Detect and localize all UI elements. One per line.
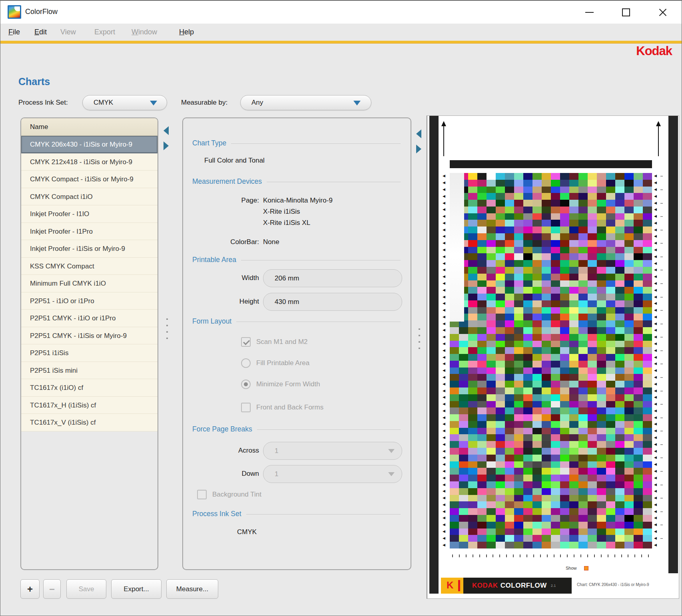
collapse-left-arrow[interactable] xyxy=(164,126,169,135)
chart-type-section-header: Chart Type xyxy=(192,139,401,147)
checkbox-icon xyxy=(241,403,251,412)
row-marker-icon: ◀ xyxy=(654,335,657,339)
row-marker-icon: ◀ xyxy=(443,443,445,446)
chevron-down-icon xyxy=(353,101,361,105)
row-marker-icon: ◀ xyxy=(443,537,445,540)
row-marker-icon: ◀ xyxy=(654,215,657,218)
export-button[interactable]: Export... xyxy=(111,579,162,599)
row-marker-icon: ◀ xyxy=(443,255,445,258)
charts-list: CMYK 206x430 - i1iSis or Myiro-9CMYK 212… xyxy=(21,136,158,431)
row-marker-icon: ◀ xyxy=(654,342,657,346)
row-marker-icon: ◀ xyxy=(654,409,657,413)
column-tick xyxy=(554,554,554,557)
background-tint-checkbox: Background Tint xyxy=(197,490,261,499)
tonal-gradient-strip xyxy=(450,173,464,322)
collapse-left-arrow[interactable] xyxy=(416,129,421,138)
form-option-checkbox: Front and Back Forms xyxy=(241,403,323,412)
list-item-chart[interactable]: P2P51 i1iSis xyxy=(21,344,158,362)
column-tick xyxy=(621,554,622,557)
list-item-chart[interactable]: CMYK 212x418 - i1iSis or Myiro-9 xyxy=(21,153,158,171)
row-marker-icon: ◀ xyxy=(654,362,657,366)
registration-strip-left xyxy=(429,116,439,594)
show-label: Show xyxy=(566,566,577,570)
list-item-chart[interactable]: TC1617x (i1iO) cf xyxy=(21,379,158,397)
list-item-chart[interactable]: CMYK 206x430 - i1iSis or Myiro-9 xyxy=(21,136,158,153)
close-button[interactable] xyxy=(654,1,671,24)
colorbar-label: ColorBar: xyxy=(191,238,259,246)
row-marker-icon: ◀ xyxy=(443,234,445,238)
row-marker-icon: ◀ xyxy=(443,523,445,527)
form-layout-section-header: Form Layout xyxy=(192,317,401,326)
row-marker-icon: ◀ xyxy=(654,174,657,178)
measure-button[interactable]: Measure... xyxy=(166,579,218,599)
menu-edit[interactable]: Edit xyxy=(34,24,47,41)
column-tick xyxy=(587,554,588,557)
maximize-button[interactable] xyxy=(617,1,635,24)
row-marker-icon: ◀ xyxy=(443,208,445,211)
measurement-device: X-Rite i1iSis XL xyxy=(263,219,310,227)
chart-type-value: Full Color and Tonal xyxy=(204,157,265,165)
row-marker-icon: ◀ xyxy=(443,201,445,205)
row-marker-icon: ◀ xyxy=(443,429,445,433)
row-marker-icon: ◀ xyxy=(443,241,445,245)
row-marker-icon: ◀ xyxy=(443,436,445,439)
row-marker-icon: ◀ xyxy=(654,201,657,205)
list-item-chart[interactable]: TC1617x_V (i1iSis) cf xyxy=(21,414,158,431)
row-marker-icon: ◀ xyxy=(443,215,445,218)
process-ink-set-value: CMYK xyxy=(237,528,257,536)
registration-strip-right xyxy=(668,116,678,573)
row-marker-icon: ◀ xyxy=(443,496,445,500)
splitter-handle[interactable] xyxy=(166,318,168,339)
list-item-chart[interactable]: Inkjet Proofer - I1Pro xyxy=(21,223,158,240)
row-marker-icon: ◀ xyxy=(654,456,657,459)
list-item-chart[interactable]: P2P51 iSis mini xyxy=(21,362,158,380)
row-marker-icon: ◀ xyxy=(654,356,657,359)
splitter-handle[interactable] xyxy=(419,328,420,349)
menu-help[interactable]: Help xyxy=(179,24,194,41)
down-label: Down xyxy=(191,470,259,478)
list-item-chart[interactable]: KSS CMYK Compact xyxy=(21,258,158,275)
expand-right-arrow[interactable] xyxy=(164,141,169,150)
list-item-chart[interactable]: P2P51 CMYK - i1iSis or Myiro-9 xyxy=(21,327,158,345)
row-marker-icon: ◀ xyxy=(654,181,657,185)
list-column-header[interactable]: Name xyxy=(21,118,158,136)
row-marker-icon: ◀ xyxy=(654,234,657,238)
list-item-chart[interactable]: P2P51 CMYK - i1iO or i1Pro xyxy=(21,310,158,327)
radio-icon xyxy=(241,380,251,389)
row-marker-icon: ◀ xyxy=(654,241,657,245)
list-item-chart[interactable]: Minimum Full CMYK i1iO xyxy=(21,275,158,292)
across-select: 1 xyxy=(263,442,402,460)
column-tick xyxy=(486,554,487,557)
row-marker-icon: ◀ xyxy=(654,295,657,299)
color-patch-grid xyxy=(450,173,652,548)
menu-file[interactable]: File xyxy=(8,24,20,41)
width-label: Width xyxy=(191,274,259,282)
row-marker-icon: ◀ xyxy=(443,369,445,372)
column-tick xyxy=(594,554,595,557)
row-marker-icon: ◀ xyxy=(443,195,445,198)
list-item-chart[interactable]: CMYK Compact - i1iSis or Myiro-9 xyxy=(21,171,158,188)
page-title: Charts xyxy=(18,76,50,87)
list-item-chart[interactable]: Inkjet Proofer - i1iSis or Myiro-9 xyxy=(21,240,158,258)
list-item-chart[interactable]: P2P51 - i1iO or i1Pro xyxy=(21,292,158,310)
minimize-button[interactable] xyxy=(580,1,598,24)
column-tick xyxy=(547,554,548,557)
list-item-chart[interactable]: CMYK Compact i1iO xyxy=(21,188,158,206)
menu-export: Export xyxy=(94,24,115,41)
row-marker-icon: ◀ xyxy=(443,228,445,232)
radio-icon xyxy=(241,358,251,368)
column-tick xyxy=(466,554,467,557)
row-marker-icon: ◀ xyxy=(443,268,445,272)
expand-right-arrow[interactable] xyxy=(416,145,421,153)
process-ink-set-select[interactable]: CMYK xyxy=(82,95,167,110)
add-chart-button[interactable]: + xyxy=(20,579,40,599)
checkbox-icon xyxy=(241,337,251,347)
column-tick xyxy=(493,554,493,557)
column-tick xyxy=(580,554,581,557)
list-item-chart[interactable]: TC1617x_H (i1iSis) cf xyxy=(21,397,158,414)
measurable-by-select[interactable]: Any xyxy=(240,95,371,110)
row-marker-icon: ◀ xyxy=(443,395,445,399)
list-item-chart[interactable]: Inkjet Proofer - I1IO xyxy=(21,205,158,223)
row-marker-icon: ◀ xyxy=(654,195,657,198)
row-marker-icon: ◀ xyxy=(443,328,445,332)
